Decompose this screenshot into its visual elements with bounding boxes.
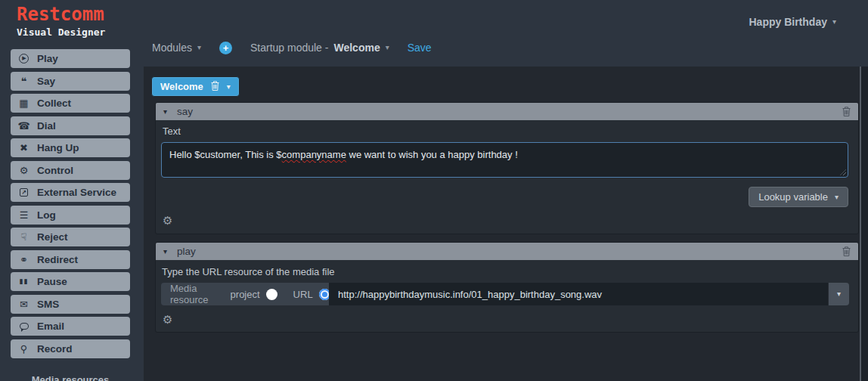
sidebar-item-redirect[interactable]: ⚭ Redirect xyxy=(11,250,130,269)
brand-subtitle: Visual Designer xyxy=(17,26,105,38)
close-icon: ✖ xyxy=(17,143,30,153)
sidebar-item-label: External Service xyxy=(37,187,116,198)
sidebar-item-label: SMS xyxy=(37,299,59,310)
say-text: we want to wish you a happy birthday ! xyxy=(346,149,518,160)
startup-module-dropdown[interactable]: Startup module - Welcome ▾ xyxy=(250,42,389,54)
sidebar-item-label: Redirect xyxy=(37,254,78,265)
sidebar-item-record[interactable]: ⚲ Record xyxy=(11,339,130,358)
sidebar-item-external-service[interactable]: ↗ External Service xyxy=(11,183,130,202)
play-circle-icon: ▶ xyxy=(19,54,29,64)
sidebar-item-hangup[interactable]: ✖ Hang Up xyxy=(11,138,130,157)
sidebar-item-sms[interactable]: ✉ SMS xyxy=(11,295,130,314)
play-element-panel: ▾ play Type the URL resource of the medi… xyxy=(155,242,859,333)
sidebar-item-reject[interactable]: ☟ Reject xyxy=(11,228,130,246)
module-tab-chevron-down-icon[interactable]: ▾ xyxy=(227,83,231,91)
sidebar-item-label: Email xyxy=(37,321,64,332)
chevron-down-icon: ▾ xyxy=(386,44,389,51)
say-panel-title: say xyxy=(177,106,832,117)
pause-icon: ▮▮ xyxy=(17,278,30,285)
module-tab-label: Welcome xyxy=(160,81,203,92)
gears-icon: ⚙ xyxy=(17,166,30,175)
canvas-right-strip xyxy=(861,67,868,381)
delete-play-trash-icon[interactable] xyxy=(842,246,851,256)
module-tab-welcome[interactable]: Welcome ▾ xyxy=(151,76,240,97)
sidebar-item-collect[interactable]: ▦ Collect xyxy=(11,94,130,113)
media-resource-dropdown-button[interactable]: ▾ xyxy=(828,283,849,305)
project-option-label[interactable]: project xyxy=(231,289,260,300)
log-lines-icon: ☰ xyxy=(17,210,30,220)
sidebar-item-control[interactable]: ⚙ Control xyxy=(11,161,130,180)
url-option-label[interactable]: URL xyxy=(293,289,313,300)
quote-icon: ❝ xyxy=(17,76,30,86)
play-settings-gear-icon[interactable]: ⚙ xyxy=(163,314,172,326)
grid-icon: ▦ xyxy=(17,98,30,108)
sidebar-item-label: Log xyxy=(37,209,56,221)
play-panel-body: Type the URL resource of the media file … xyxy=(156,260,858,332)
delete-module-trash-icon[interactable] xyxy=(211,81,219,93)
say-text-misspelled: companyname xyxy=(282,149,346,160)
microphone-icon: ⚲ xyxy=(17,344,30,354)
startup-module-name: Welcome xyxy=(333,42,380,54)
add-module-button[interactable]: + xyxy=(219,42,232,54)
sidebar-item-label: Dial xyxy=(37,120,56,132)
say-settings-gear-icon[interactable]: ⚙ xyxy=(163,215,172,227)
project-name: Happy Birthday xyxy=(749,16,827,28)
sidebar-item-label: Reject xyxy=(37,231,68,243)
chevron-down-icon: ▾ xyxy=(837,290,841,298)
say-text: Hello $customer, This is $ xyxy=(169,149,282,160)
media-resource-options: Media resource project URL xyxy=(161,283,329,305)
project-radio[interactable] xyxy=(266,289,277,300)
app-logo[interactable]: Restcomm Visual Designer xyxy=(17,5,105,38)
text-field-label: Text xyxy=(163,125,181,137)
comment-bubble-icon xyxy=(20,323,29,330)
external-link-icon: ↗ xyxy=(20,188,28,197)
collapse-caret-icon[interactable]: ▾ xyxy=(163,248,167,256)
modules-dropdown[interactable]: Modules ▾ xyxy=(152,42,201,54)
play-panel-title: play xyxy=(177,246,832,257)
save-button[interactable]: Save xyxy=(408,42,432,54)
sidebar-item-pause[interactable]: ▮▮ Pause xyxy=(11,272,130,291)
delete-say-trash-icon[interactable] xyxy=(842,107,851,116)
sidebar-item-play[interactable]: ▶ Play xyxy=(11,49,130,68)
chevron-down-icon: ▾ xyxy=(197,44,201,51)
element-palette: ▶ Play ❝ Say ▦ Collect ☎ Dial ✖ Hang Up … xyxy=(11,49,130,358)
url-hint-label: Type the URL resource of the media file xyxy=(162,266,335,277)
visual-designer-window: Restcomm Visual Designer Happy Birthday … xyxy=(0,0,868,381)
sidebar-item-label: Pause xyxy=(37,276,67,287)
lookup-variable-label: Lookup variable xyxy=(758,191,828,203)
project-dropdown[interactable]: Happy Birthday ▾ xyxy=(749,16,837,28)
media-resources-section-label: Media resources xyxy=(11,374,130,381)
sidebar-item-dial[interactable]: ☎ Dial xyxy=(11,116,130,135)
modules-label: Modules xyxy=(152,42,192,54)
collapse-caret-icon[interactable]: ▾ xyxy=(163,108,167,116)
link-icon: ⚭ xyxy=(17,255,30,265)
say-panel-body: Text Hello $customer, This is $companyna… xyxy=(156,120,858,234)
sidebar-item-label: Play xyxy=(37,53,58,64)
startup-module-prefix: Startup module - xyxy=(250,42,329,54)
designer-canvas: Welcome ▾ ▾ say xyxy=(144,67,868,381)
sidebar-item-say[interactable]: ❝ Say xyxy=(11,72,130,91)
phone-icon: ☎ xyxy=(17,121,30,131)
play-panel-header[interactable]: ▾ play xyxy=(156,243,858,260)
lookup-variable-button[interactable]: Lookup variable ▾ xyxy=(749,187,848,207)
sidebar-item-email[interactable]: Email xyxy=(11,317,130,336)
sidebar-item-label: Hang Up xyxy=(37,142,79,153)
brand-title: Restcomm xyxy=(17,5,105,24)
module-toolbar: Modules ▾ + Startup module - Welcome ▾ S… xyxy=(152,40,432,55)
media-resource-input-group: Media resource project URL ▾ xyxy=(161,283,849,305)
media-resource-label: Media resource xyxy=(170,283,209,305)
sidebar-item-label: Control xyxy=(37,165,73,176)
sidebar-item-label: Record xyxy=(37,343,73,355)
chevron-down-icon: ▾ xyxy=(832,18,836,26)
media-url-input[interactable] xyxy=(329,283,828,305)
envelope-icon: ✉ xyxy=(17,299,30,309)
thumbs-down-icon: ☟ xyxy=(17,232,30,242)
chevron-down-icon: ▾ xyxy=(835,194,839,201)
say-element-panel: ▾ say Text Hello $customer, This is $com… xyxy=(155,102,859,234)
sidebar-item-log[interactable]: ☰ Log xyxy=(11,206,130,225)
sidebar-item-label: Say xyxy=(37,76,55,87)
say-panel-header[interactable]: ▾ say xyxy=(156,103,858,120)
sidebar-item-label: Collect xyxy=(37,98,71,109)
plus-icon: + xyxy=(223,43,229,53)
say-text-input[interactable]: Hello $customer, This is $companyname we… xyxy=(161,142,848,178)
